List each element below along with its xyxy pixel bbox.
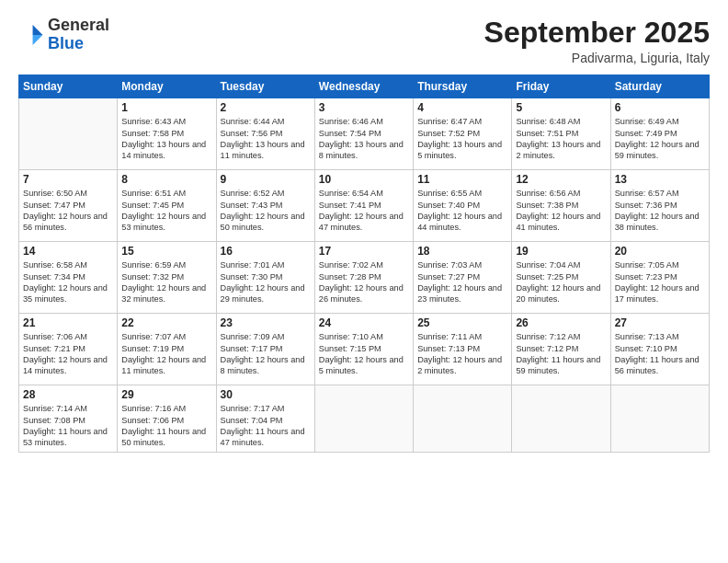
day-number: 13 bbox=[615, 173, 705, 186]
day-number: 19 bbox=[516, 245, 606, 258]
col-header-monday: Monday bbox=[118, 75, 216, 98]
day-info: Sunrise: 7:04 AM Sunset: 7:25 PM Dayligh… bbox=[516, 259, 606, 305]
calendar-cell: 11Sunrise: 6:55 AM Sunset: 7:40 PM Dayli… bbox=[414, 170, 512, 242]
day-info: Sunrise: 6:58 AM Sunset: 7:34 PM Dayligh… bbox=[23, 259, 113, 305]
day-info: Sunrise: 6:59 AM Sunset: 7:32 PM Dayligh… bbox=[121, 259, 211, 305]
svg-marker-0 bbox=[33, 25, 43, 35]
logo: General Blue bbox=[18, 17, 109, 53]
day-info: Sunrise: 7:01 AM Sunset: 7:30 PM Dayligh… bbox=[221, 259, 311, 305]
day-info: Sunrise: 7:10 AM Sunset: 7:15 PM Dayligh… bbox=[319, 331, 409, 377]
day-number: 30 bbox=[221, 388, 311, 401]
day-number: 9 bbox=[221, 173, 311, 186]
day-number: 23 bbox=[221, 316, 311, 329]
page: General Blue September 2025 Padivarma, L… bbox=[0, 0, 728, 563]
day-number: 16 bbox=[221, 245, 311, 258]
calendar-cell: 22Sunrise: 7:07 AM Sunset: 7:19 PM Dayli… bbox=[118, 314, 216, 385]
calendar-cell: 2Sunrise: 6:44 AM Sunset: 7:56 PM Daylig… bbox=[216, 98, 314, 170]
day-info: Sunrise: 6:49 AM Sunset: 7:49 PM Dayligh… bbox=[615, 116, 705, 162]
day-info: Sunrise: 6:56 AM Sunset: 7:38 PM Dayligh… bbox=[516, 188, 606, 234]
day-number: 26 bbox=[516, 316, 606, 329]
svg-marker-1 bbox=[33, 35, 43, 45]
day-info: Sunrise: 6:47 AM Sunset: 7:52 PM Dayligh… bbox=[417, 116, 507, 162]
col-header-saturday: Saturday bbox=[610, 75, 709, 98]
calendar-cell bbox=[19, 98, 118, 170]
calendar-cell: 27Sunrise: 7:13 AM Sunset: 7:10 PM Dayli… bbox=[610, 314, 709, 385]
calendar-header-row: SundayMondayTuesdayWednesdayThursdayFrid… bbox=[19, 75, 710, 98]
calendar-cell bbox=[314, 385, 413, 453]
title-block: September 2025 Padivarma, Liguria, Italy bbox=[484, 17, 710, 65]
calendar-cell: 4Sunrise: 6:47 AM Sunset: 7:52 PM Daylig… bbox=[414, 98, 512, 170]
day-number: 18 bbox=[417, 245, 507, 258]
day-number: 5 bbox=[516, 101, 606, 114]
logo-icon bbox=[18, 22, 44, 48]
calendar-cell: 13Sunrise: 6:57 AM Sunset: 7:36 PM Dayli… bbox=[610, 170, 709, 242]
day-number: 3 bbox=[319, 101, 409, 114]
day-info: Sunrise: 6:46 AM Sunset: 7:54 PM Dayligh… bbox=[319, 116, 409, 162]
calendar-cell bbox=[610, 385, 709, 453]
day-info: Sunrise: 7:13 AM Sunset: 7:10 PM Dayligh… bbox=[615, 331, 705, 377]
calendar-cell: 18Sunrise: 7:03 AM Sunset: 7:27 PM Dayli… bbox=[414, 242, 512, 314]
day-info: Sunrise: 6:44 AM Sunset: 7:56 PM Dayligh… bbox=[221, 116, 311, 162]
col-header-tuesday: Tuesday bbox=[216, 75, 314, 98]
calendar-cell: 14Sunrise: 6:58 AM Sunset: 7:34 PM Dayli… bbox=[19, 242, 118, 314]
day-number: 11 bbox=[417, 173, 507, 186]
col-header-sunday: Sunday bbox=[19, 75, 118, 98]
day-number: 7 bbox=[23, 173, 113, 186]
day-info: Sunrise: 6:43 AM Sunset: 7:58 PM Dayligh… bbox=[121, 116, 211, 162]
calendar-cell: 17Sunrise: 7:02 AM Sunset: 7:28 PM Dayli… bbox=[314, 242, 413, 314]
calendar-cell: 29Sunrise: 7:16 AM Sunset: 7:06 PM Dayli… bbox=[118, 385, 216, 453]
calendar-row-3: 21Sunrise: 7:06 AM Sunset: 7:21 PM Dayli… bbox=[19, 314, 710, 385]
calendar-cell: 10Sunrise: 6:54 AM Sunset: 7:41 PM Dayli… bbox=[314, 170, 413, 242]
day-info: Sunrise: 6:57 AM Sunset: 7:36 PM Dayligh… bbox=[615, 188, 705, 234]
calendar-cell: 15Sunrise: 6:59 AM Sunset: 7:32 PM Dayli… bbox=[118, 242, 216, 314]
day-info: Sunrise: 7:03 AM Sunset: 7:27 PM Dayligh… bbox=[417, 259, 507, 305]
day-number: 8 bbox=[121, 173, 211, 186]
day-info: Sunrise: 6:55 AM Sunset: 7:40 PM Dayligh… bbox=[417, 188, 507, 234]
col-header-thursday: Thursday bbox=[414, 75, 512, 98]
calendar-cell: 28Sunrise: 7:14 AM Sunset: 7:08 PM Dayli… bbox=[19, 385, 118, 453]
calendar: SundayMondayTuesdayWednesdayThursdayFrid… bbox=[18, 75, 710, 453]
day-number: 21 bbox=[23, 316, 113, 329]
calendar-row-0: 1Sunrise: 6:43 AM Sunset: 7:58 PM Daylig… bbox=[19, 98, 710, 170]
calendar-cell: 1Sunrise: 6:43 AM Sunset: 7:58 PM Daylig… bbox=[118, 98, 216, 170]
calendar-cell: 20Sunrise: 7:05 AM Sunset: 7:23 PM Dayli… bbox=[610, 242, 709, 314]
day-info: Sunrise: 6:52 AM Sunset: 7:43 PM Dayligh… bbox=[221, 188, 311, 234]
day-info: Sunrise: 7:06 AM Sunset: 7:21 PM Dayligh… bbox=[23, 331, 113, 377]
calendar-row-1: 7Sunrise: 6:50 AM Sunset: 7:47 PM Daylig… bbox=[19, 170, 710, 242]
logo-text: General Blue bbox=[48, 17, 109, 53]
calendar-cell: 30Sunrise: 7:17 AM Sunset: 7:04 PM Dayli… bbox=[216, 385, 314, 453]
day-number: 22 bbox=[121, 316, 211, 329]
calendar-cell: 23Sunrise: 7:09 AM Sunset: 7:17 PM Dayli… bbox=[216, 314, 314, 385]
calendar-cell: 25Sunrise: 7:11 AM Sunset: 7:13 PM Dayli… bbox=[414, 314, 512, 385]
location: Padivarma, Liguria, Italy bbox=[484, 51, 710, 65]
calendar-cell: 21Sunrise: 7:06 AM Sunset: 7:21 PM Dayli… bbox=[19, 314, 118, 385]
calendar-cell: 24Sunrise: 7:10 AM Sunset: 7:15 PM Dayli… bbox=[314, 314, 413, 385]
day-info: Sunrise: 6:50 AM Sunset: 7:47 PM Dayligh… bbox=[23, 188, 113, 234]
calendar-cell: 12Sunrise: 6:56 AM Sunset: 7:38 PM Dayli… bbox=[512, 170, 610, 242]
month-title: September 2025 bbox=[484, 17, 710, 49]
day-number: 10 bbox=[319, 173, 409, 186]
day-info: Sunrise: 7:14 AM Sunset: 7:08 PM Dayligh… bbox=[23, 403, 113, 449]
day-info: Sunrise: 6:48 AM Sunset: 7:51 PM Dayligh… bbox=[516, 116, 606, 162]
calendar-cell: 7Sunrise: 6:50 AM Sunset: 7:47 PM Daylig… bbox=[19, 170, 118, 242]
calendar-row-2: 14Sunrise: 6:58 AM Sunset: 7:34 PM Dayli… bbox=[19, 242, 710, 314]
day-info: Sunrise: 6:54 AM Sunset: 7:41 PM Dayligh… bbox=[319, 188, 409, 234]
day-number: 2 bbox=[221, 101, 311, 114]
day-number: 1 bbox=[121, 101, 211, 114]
calendar-cell: 6Sunrise: 6:49 AM Sunset: 7:49 PM Daylig… bbox=[610, 98, 709, 170]
day-number: 12 bbox=[516, 173, 606, 186]
day-info: Sunrise: 7:07 AM Sunset: 7:19 PM Dayligh… bbox=[121, 331, 211, 377]
calendar-cell: 8Sunrise: 6:51 AM Sunset: 7:45 PM Daylig… bbox=[118, 170, 216, 242]
col-header-wednesday: Wednesday bbox=[314, 75, 413, 98]
day-number: 25 bbox=[417, 316, 507, 329]
header: General Blue September 2025 Padivarma, L… bbox=[18, 17, 710, 65]
day-number: 27 bbox=[615, 316, 705, 329]
day-number: 28 bbox=[23, 388, 113, 401]
day-info: Sunrise: 7:16 AM Sunset: 7:06 PM Dayligh… bbox=[121, 403, 211, 449]
day-number: 29 bbox=[121, 388, 211, 401]
day-number: 14 bbox=[23, 245, 113, 258]
calendar-cell: 16Sunrise: 7:01 AM Sunset: 7:30 PM Dayli… bbox=[216, 242, 314, 314]
day-number: 17 bbox=[319, 245, 409, 258]
calendar-cell: 19Sunrise: 7:04 AM Sunset: 7:25 PM Dayli… bbox=[512, 242, 610, 314]
day-number: 6 bbox=[615, 101, 705, 114]
